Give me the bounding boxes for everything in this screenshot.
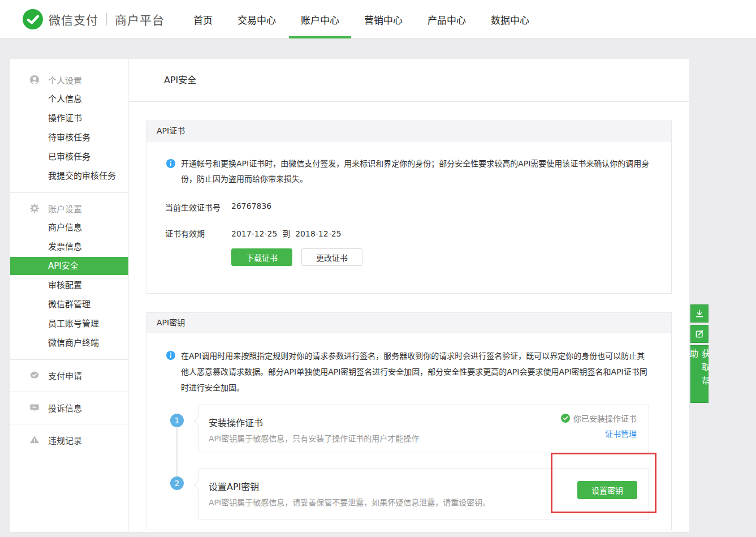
sidebar-item-0-2[interactable]: 待审核任务 — [10, 128, 128, 147]
step-1-status-text: 你已安装操作证书 — [573, 413, 637, 424]
step-1-desc: API密钥属于敏感信息，只有安装了操作证书的用户才能操作 — [209, 432, 419, 444]
gear-icon — [29, 203, 40, 213]
sidebar-section-header-0: 个人设置 — [10, 70, 128, 89]
nav-item-4[interactable]: 产品中心 — [427, 0, 466, 38]
sidebar-section-label: 投诉信息 — [48, 402, 82, 414]
download-help-button[interactable] — [690, 304, 709, 323]
check-circle-icon — [561, 414, 570, 423]
api-cert-panel-title: API证书 — [146, 121, 671, 141]
cert-no-value: 26767836 — [231, 201, 271, 213]
sidebar-item-0-4[interactable]: 我提交的审核任务 — [10, 166, 128, 186]
cert-no-label: 当前生效证书号 — [165, 201, 231, 213]
sidebar-section-header-1: 账户设置 — [10, 199, 128, 218]
sidebar-item-1-2[interactable]: API安全 — [10, 257, 128, 275]
step-2-box: 设置API密钥 API密钥属于敏感信息，请妥善保管不要泄露，如果怀疑信息泄露，请… — [198, 469, 649, 519]
nav-item-3[interactable]: 营销中心 — [364, 0, 403, 38]
nav-item-2[interactable]: 账户中心 — [301, 0, 339, 38]
download-cert-button[interactable]: 下载证书 — [231, 248, 292, 266]
set-api-key-button[interactable]: 设置密钥 — [577, 481, 637, 499]
sidebar-section-label: 账户设置 — [48, 203, 82, 214]
api-key-panel-title: API密钥 — [146, 313, 671, 333]
sidebar-section-label: 违规记录 — [48, 434, 82, 446]
comment-icon — [29, 402, 40, 413]
download-icon — [694, 308, 705, 319]
sidebar-section-header-2[interactable]: 支付申请 — [10, 366, 128, 385]
brand-portal: 商户平台 — [115, 11, 165, 28]
wechat-pay-logo-icon — [23, 9, 43, 29]
sidebar-section-1: 账户设置商户信息发票信息API安全审核配置微信群管理员工账号管理微信商户终端 — [10, 192, 128, 359]
step-2-badge: 2 — [170, 476, 184, 490]
cert-validity-value: 2017-12-25 到 2018-12-25 — [231, 227, 342, 239]
step-1-badge: 1 — [170, 414, 184, 427]
cert-validity-label: 证书有效期 — [165, 227, 231, 239]
sidebar-item-1-0[interactable]: 商户信息 — [10, 218, 128, 237]
step-2-desc: API密钥属于敏感信息，请妥善保管不要泄露，如果怀疑信息泄露，请重设密钥。 — [209, 496, 490, 508]
info-icon — [166, 351, 175, 360]
top-header: 微信支付 商户平台 首页交易中心账户中心营销中心产品中心数据中心 — [0, 0, 756, 38]
step-1-box: 安装操作证书 API密钥属于敏感信息，只有安装了操作证书的用户才能操作 你已安装… — [198, 405, 649, 453]
feedback-help-button[interactable] — [690, 325, 709, 343]
wechat-bubble-icon — [29, 370, 40, 380]
change-cert-button[interactable]: 更改证书 — [301, 248, 362, 266]
sidebar-item-1-4[interactable]: 微信群管理 — [10, 295, 128, 314]
sidebar-item-0-3[interactable]: 已审核任务 — [10, 147, 128, 166]
sidebar-section-4: 违规记录 — [10, 424, 128, 456]
brand-name: 微信支付 — [49, 11, 98, 28]
sidebar-item-0-1[interactable]: 操作证书 — [10, 109, 128, 128]
api-key-info-text: 在API调用时用来按照指定规则对你的请求参数进行签名，服务器收到你的请求时会进行… — [181, 348, 650, 396]
main-nav: 首页交易中心账户中心营销中心产品中心数据中心 — [193, 0, 529, 38]
sidebar-section-3: 投诉信息 — [10, 392, 128, 424]
main-content: API安全 API证书 开通帐号和更换API证书时，由微信支付签发，用来标识和界… — [129, 59, 689, 532]
sidebar-section-label: 支付申请 — [48, 370, 82, 381]
step-1-title: 安装操作证书 — [209, 415, 263, 429]
cert-manage-link[interactable]: 证书管理 — [605, 428, 637, 439]
sidebar-section-2: 支付申请 — [10, 359, 128, 392]
page-background: 个人设置个人信息操作证书待审核任务已审核任务我提交的审核任务账户设置商户信息发票… — [0, 38, 756, 537]
step-1-status: 你已安装操作证书 — [561, 413, 637, 424]
step-connector-line — [176, 427, 178, 476]
user-icon — [29, 75, 40, 85]
sidebar-section-label: 个人设置 — [48, 74, 82, 86]
step-2-notch — [194, 481, 202, 489]
help-widget: 获取帮助 — [690, 304, 709, 405]
sidebar-item-1-1[interactable]: 发票信息 — [10, 237, 128, 256]
sidebar-item-1-3[interactable]: 审核配置 — [10, 276, 128, 295]
step-2-title: 设置API密钥 — [209, 479, 259, 493]
sidebar-section-header-3[interactable]: 投诉信息 — [10, 398, 128, 417]
to-text: 到 — [282, 229, 290, 238]
api-cert-panel: API证书 开通帐号和更换API证书时，由微信支付签发，用来标识和界定你的身份；… — [146, 121, 672, 294]
brand-divider — [106, 13, 107, 25]
sidebar: 个人设置个人信息操作证书待审核任务已审核任务我提交的审核任务账户设置商户信息发票… — [10, 59, 129, 532]
content-card: 个人设置个人信息操作证书待审核任务已审核任务我提交的审核任务账户设置商户信息发票… — [10, 59, 689, 532]
sidebar-item-1-6[interactable]: 微信商户终端 — [10, 333, 128, 353]
get-help-button[interactable]: 获取帮助 — [690, 345, 709, 403]
valid-to: 2018-12-25 — [295, 229, 341, 238]
page-title: API安全 — [129, 59, 689, 102]
valid-from: 2017-12-25 — [231, 229, 277, 238]
brand: 微信支付 商户平台 — [23, 9, 165, 29]
sidebar-section-0: 个人设置个人信息操作证书待审核任务已审核任务我提交的审核任务 — [10, 59, 128, 192]
warning-icon — [29, 435, 40, 445]
nav-item-0[interactable]: 首页 — [193, 0, 213, 38]
info-icon — [166, 159, 175, 168]
sidebar-section-header-4[interactable]: 违规记录 — [10, 430, 128, 449]
nav-item-1[interactable]: 交易中心 — [237, 0, 276, 38]
sidebar-item-1-5[interactable]: 员工账号管理 — [10, 314, 128, 333]
step-1-notch — [194, 417, 202, 425]
edit-icon — [694, 329, 705, 339]
nav-item-5[interactable]: 数据中心 — [491, 0, 529, 38]
sidebar-item-0-0[interactable]: 个人信息 — [10, 89, 128, 109]
api-key-panel: API密钥 在API调用时用来按照指定规则对你的请求参数进行签名，服务器收到你的… — [146, 312, 672, 530]
api-cert-info-text: 开通帐号和更换API证书时，由微信支付签发，用来标识和界定你的身份；部分安全性要… — [181, 156, 650, 187]
get-help-label: 获取帮助 — [688, 346, 711, 402]
